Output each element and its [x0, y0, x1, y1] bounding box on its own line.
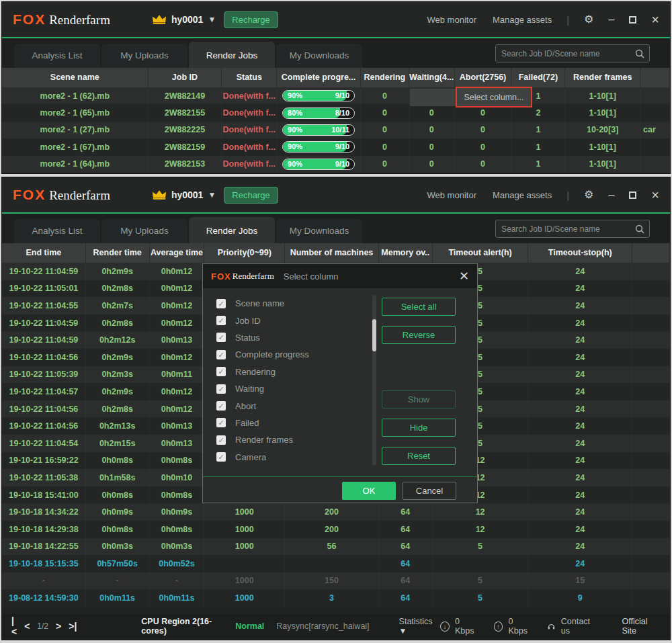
column-header-at[interactable]: Average time: [150, 243, 205, 263]
column-checkbox-item[interactable]: ✓Complete progress: [211, 346, 370, 363]
web-monitor-link-2[interactable]: Web monitor: [427, 190, 476, 200]
maximize-icon-2[interactable]: [629, 191, 636, 199]
search-icon-2[interactable]: [635, 224, 644, 234]
reverse-button[interactable]: Reverse: [382, 326, 456, 344]
column-header-al[interactable]: Timeout alert(h): [433, 243, 529, 263]
table-row[interactable]: more2 - 1 (67).mb2W882159Done(with f...9…: [2, 138, 670, 155]
search-box-2[interactable]: [495, 220, 650, 238]
official-site-link[interactable]: Official Site: [622, 617, 661, 636]
column-checkbox-item[interactable]: ✓Render frames: [211, 431, 370, 448]
column-checkbox-item[interactable]: ✓Waiting: [211, 380, 370, 397]
dialog-scrollbar-thumb[interactable]: [372, 319, 376, 351]
settings-gear-icon[interactable]: ⚙: [584, 14, 593, 25]
select-column-menu-item[interactable]: Select column...: [456, 87, 532, 108]
close-icon-2[interactable]: ×: [651, 188, 659, 202]
tab-my-downloads[interactable]: My Downloads: [276, 44, 362, 68]
column-header-mem[interactable]: Memory ov..: [379, 243, 433, 263]
table-row[interactable]: more2 - 1 (62).mb2W882149Done(with f...9…: [2, 87, 670, 104]
prev-page-icon[interactable]: <: [24, 621, 30, 632]
tab-render-jobs[interactable]: Render Jobs: [189, 217, 275, 243]
tab-my-uploads[interactable]: My Uploads: [101, 44, 187, 68]
minimize-icon[interactable]: –: [608, 14, 614, 25]
hide-button[interactable]: Hide: [382, 419, 456, 437]
column-header-status[interactable]: Status: [222, 68, 277, 87]
column-checkbox-item[interactable]: ✓Job ID: [211, 312, 370, 329]
raysync-label[interactable]: Raysync[rarsync_haiwai]: [276, 621, 369, 631]
column-header-abort[interactable]: Abort(2756): [455, 68, 512, 87]
column-header-failed[interactable]: Failed(72): [511, 68, 565, 87]
ok-button[interactable]: OK: [342, 482, 396, 500]
column-header-progress[interactable]: Complete progre...: [277, 68, 361, 87]
statistics-dropdown[interactable]: Statistics ▼: [399, 617, 441, 636]
tab-analysis-list[interactable]: Analysis List: [14, 219, 100, 243]
checkbox-checked-icon[interactable]: ✓: [216, 418, 226, 427]
table-row[interactable]: more2 - 1 (64).mb2W882153Done(with f...9…: [2, 156, 670, 173]
table-row[interactable]: ---100015064515: [2, 572, 670, 590]
last-page-icon[interactable]: >|: [69, 621, 77, 632]
checkbox-checked-icon[interactable]: ✓: [216, 401, 226, 411]
manage-assets-link-2[interactable]: Manage assets: [493, 190, 552, 200]
checkbox-checked-icon[interactable]: ✓: [216, 367, 226, 376]
minimize-icon-2[interactable]: –: [608, 189, 614, 200]
checkbox-checked-icon[interactable]: ✓: [216, 333, 226, 342]
chevron-down-icon-2[interactable]: ▼: [208, 190, 216, 200]
column-header-frames[interactable]: Render frames: [565, 68, 640, 87]
column-checkbox-item[interactable]: ✓Scene name: [211, 295, 370, 312]
column-checkbox-item[interactable]: ✓Camera: [211, 449, 370, 466]
tab-my-uploads[interactable]: My Uploads: [101, 219, 187, 243]
column-header-mc[interactable]: Number of machines: [285, 243, 379, 263]
checkbox-checked-icon[interactable]: ✓: [216, 299, 226, 308]
table-row[interactable]: 19-10-18 14:34:220h0m9s0h0m9s10002006412…: [2, 503, 670, 521]
tab-my-downloads[interactable]: My Downloads: [276, 219, 362, 243]
cancel-button[interactable]: Cancel: [403, 482, 456, 500]
select-all-button[interactable]: Select all: [382, 298, 456, 316]
checkbox-checked-icon[interactable]: ✓: [216, 452, 226, 462]
column-header-scene[interactable]: Scene name: [2, 68, 149, 87]
table-row[interactable]: 19-08-12 14:59:300h0m11s0h0m11s100036459: [2, 589, 670, 607]
column-header-waiting[interactable]: Waiting(4...: [409, 68, 455, 87]
web-monitor-link[interactable]: Web monitor: [427, 15, 476, 25]
column-checkbox-item[interactable]: ✓Abort: [211, 397, 370, 414]
settings-gear-icon-2[interactable]: ⚙: [584, 189, 593, 200]
search-input-2[interactable]: [496, 224, 635, 234]
column-header-rendering[interactable]: Rendering: [361, 68, 409, 87]
column-header-pad[interactable]: [632, 243, 670, 263]
reset-button[interactable]: Reset: [382, 447, 456, 465]
recharge-button-2[interactable]: Recharge: [224, 187, 278, 204]
contact-headset-icon[interactable]: [547, 621, 556, 631]
table-row[interactable]: 19-10-18 15:15:350h57m50s0h0m52s6424: [2, 555, 670, 572]
column-header-st[interactable]: Timeout-stop(h): [528, 243, 632, 263]
first-page-icon[interactable]: |<: [11, 615, 17, 637]
contact-us-link[interactable]: Contact us: [561, 617, 598, 636]
tab-render-jobs[interactable]: Render Jobs: [189, 42, 275, 68]
checkbox-checked-icon[interactable]: ✓: [216, 350, 226, 359]
dialog-scrollbar[interactable]: [372, 295, 376, 466]
table-row[interactable]: 19-10-18 14:29:380h0m8s0h0m8s10002006412…: [2, 521, 670, 538]
tab-analysis-list[interactable]: Analysis List: [14, 44, 100, 68]
show-button[interactable]: Show: [382, 390, 456, 409]
checkbox-checked-icon[interactable]: ✓: [216, 435, 226, 445]
dialog-close-icon[interactable]: ✕: [459, 269, 469, 284]
close-icon[interactable]: ×: [651, 13, 659, 26]
column-header-job[interactable]: Job ID: [149, 68, 222, 87]
column-header-end[interactable]: End time: [2, 243, 86, 263]
column-checkbox-item[interactable]: ✓Failed: [211, 415, 370, 431]
table-row[interactable]: more2 - 1 (65).mb2W882155Done(with f...8…: [2, 104, 670, 121]
checkbox-checked-icon[interactable]: ✓: [216, 316, 226, 325]
search-input[interactable]: [496, 49, 635, 58]
user-menu-2[interactable]: hy0001 ▼: [152, 189, 216, 200]
search-box[interactable]: [495, 44, 650, 62]
search-icon[interactable]: [635, 49, 644, 58]
column-header-pr[interactable]: Priority(0~99): [204, 243, 285, 263]
next-page-icon[interactable]: >: [56, 621, 61, 632]
table-row[interactable]: more2 - 1 (27).mb2W882225Done(with f...9…: [2, 122, 670, 138]
manage-assets-link[interactable]: Manage assets: [493, 15, 552, 25]
column-header-camera[interactable]: [640, 68, 670, 87]
column-checkbox-item[interactable]: ✓Status: [211, 329, 370, 346]
user-menu[interactable]: hy0001 ▼: [152, 14, 216, 25]
recharge-button[interactable]: Recharge: [224, 11, 278, 28]
maximize-icon[interactable]: [629, 16, 636, 24]
chevron-down-icon[interactable]: ▼: [208, 15, 216, 24]
column-checkbox-item[interactable]: ✓Rendering: [211, 363, 370, 380]
table-row[interactable]: 19-10-18 14:22:550h0m3s0h0m3s10005664524: [2, 538, 670, 556]
